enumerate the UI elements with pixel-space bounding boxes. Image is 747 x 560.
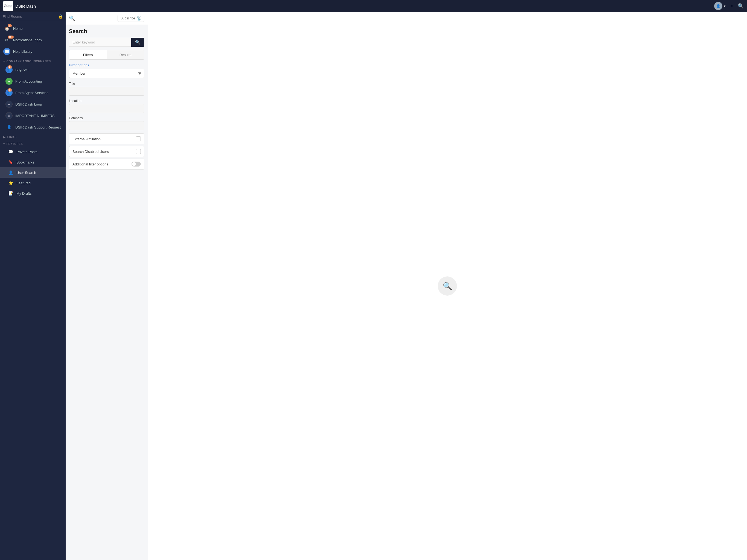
sidebar-item-dsir-loop[interactable]: ◆ DSIR Dash Loop — [0, 98, 66, 110]
logo-area: Dielmann Sotheby's DSIR Dash — [3, 1, 36, 11]
sidebar-item-buy-sell[interactable]: 👥 Buy/Sell 2 — [0, 64, 66, 75]
search-submit-button[interactable]: 🔍 — [131, 38, 145, 47]
tab-bar: Filters Results — [69, 50, 145, 59]
sidebar-item-notifications[interactable]: ✉ Notifications Inbox 99+ — [0, 34, 66, 46]
sidebar-item-user-search[interactable]: 👤 User Search — [0, 167, 66, 178]
sidebar-item-home-label: Home — [13, 27, 23, 31]
external-affiliation-label: External Affiliation — [73, 137, 101, 141]
logo-image: Dielmann Sotheby's — [3, 1, 13, 11]
top-nav: Dielmann Sotheby's DSIR Dash 👤 ▼ + 🔍 — [0, 0, 747, 12]
sidebar-item-bookmarks-label: Bookmarks — [17, 160, 34, 164]
sidebar-item-from-accounting-label: From Accounting — [15, 79, 42, 83]
company-field-group: Company — [69, 116, 145, 130]
private-posts-icon: 💬 — [8, 149, 14, 155]
sidebar-item-featured-label: Featured — [17, 181, 31, 185]
sidebar-item-support-request[interactable]: 👤 DSIR Dash Support Request — [0, 121, 66, 133]
tab-filters[interactable]: Filters — [69, 50, 107, 59]
sidebar-item-from-agent-services-label: From Agent Services — [15, 91, 48, 95]
sidebar-item-private-posts[interactable]: 💬 Private Posts — [0, 147, 66, 157]
additional-filter-label: Additional filter options — [73, 162, 108, 166]
featured-icon: ⭐ — [8, 180, 14, 186]
section-links[interactable]: ▶ LINKS — [0, 133, 66, 140]
sidebar-item-home[interactable]: 🏠 Home 3 — [0, 23, 66, 34]
sidebar-item-user-search-label: User Search — [17, 171, 36, 175]
tab-results[interactable]: Results — [107, 50, 144, 59]
sidebar-item-important-numbers-label: IMPORTANT NUMBERS — [15, 114, 55, 118]
sidebar-item-important-numbers[interactable]: ◆ IMPORTANT NUMBERS — [0, 110, 66, 121]
search-panel: Search 🔍 Filters Results Filter options … — [66, 25, 148, 175]
section-company-announcements[interactable]: ▾ COMPANY ANNOUNCEMENTS — [0, 57, 66, 64]
important-numbers-icon: ◆ — [5, 112, 12, 119]
help-library-icon: 📊 — [3, 48, 10, 55]
company-field-label: Company — [69, 116, 145, 120]
chevron-down-icon-features: ▾ — [3, 143, 5, 146]
subscribe-button[interactable]: Subscribe 📡 — [118, 15, 145, 22]
member-type-dropdown[interactable]: Member Everyone Agent — [69, 69, 145, 78]
location-field-label: Location — [69, 99, 145, 103]
sidebar-item-featured[interactable]: ⭐ Featured — [0, 178, 66, 188]
external-affiliation-row: External Affiliation — [69, 133, 145, 144]
search-disabled-users-checkbox[interactable] — [136, 149, 141, 154]
sidebar-item-notifications-label: Notifications Inbox — [13, 38, 42, 42]
search-disabled-users-label: Search Disabled Users — [73, 150, 109, 154]
section-features-label: FEATURES — [6, 143, 23, 146]
chevron-right-icon: ▶ — [3, 136, 6, 138]
center-top-bar: 🔍 Subscribe 📡 — [66, 12, 148, 25]
sidebar-item-my-drafts-label: My Drafts — [17, 192, 32, 196]
notifications-badge: 99+ — [8, 35, 14, 39]
from-agent-services-badge: 1 — [8, 88, 12, 92]
sidebar-item-buy-sell-label: Buy/Sell — [15, 68, 28, 72]
sidebar-item-from-agent-services[interactable]: 👥 From Agent Services 1 — [0, 87, 66, 98]
sidebar-item-help-library[interactable]: 📊 Help Library — [0, 46, 66, 57]
sidebar-item-support-request-label: DSIR Dash Support Request — [15, 125, 61, 129]
home-badge: 3 — [8, 24, 12, 27]
global-search-button[interactable]: 🔍 — [738, 3, 744, 9]
subscribe-label: Subscribe — [121, 17, 135, 20]
additional-filter-row: Additional filter options — [69, 159, 145, 170]
company-input[interactable] — [69, 121, 145, 130]
sidebar-item-private-posts-label: Private Posts — [17, 150, 37, 154]
lock-icon: 🔒 — [58, 14, 63, 19]
sidebar-item-bookmarks[interactable]: 🔖 Bookmarks — [0, 157, 66, 167]
app-title: DSIR Dash — [15, 4, 36, 8]
buy-sell-badge: 2 — [8, 65, 12, 69]
center-panel: 🔍 Subscribe 📡 Search 🔍 Filters Results F… — [66, 12, 148, 560]
sidebar-item-help-library-label: Help Library — [13, 50, 32, 54]
location-field-group: Location — [69, 99, 145, 113]
sidebar-item-my-drafts[interactable]: 📝 My Drafts — [0, 188, 66, 199]
bookmarks-icon: 🔖 — [8, 159, 14, 165]
main-layout: 🔒 🏠 Home 3 ✉ Notifications Inbox 99+ 📊 H… — [0, 12, 747, 560]
section-company-label: COMPANY ANNOUNCEMENTS — [6, 60, 51, 63]
toggle-knob — [132, 162, 136, 166]
sidebar: 🔒 🏠 Home 3 ✉ Notifications Inbox 99+ 📊 H… — [0, 12, 66, 560]
top-nav-right: 👤 ▼ + 🔍 — [714, 2, 744, 10]
chevron-down-icon: ▼ — [723, 5, 726, 8]
section-features[interactable]: ▾ FEATURES — [0, 140, 66, 147]
chevron-down-icon: ▾ — [3, 60, 5, 63]
rss-icon: 📡 — [137, 16, 141, 21]
user-avatar-button[interactable]: 👤 ▼ — [714, 2, 726, 10]
avatar: 👤 — [714, 2, 722, 10]
external-affiliation-checkbox[interactable] — [136, 136, 141, 142]
add-button[interactable]: + — [730, 3, 733, 9]
location-input[interactable] — [69, 104, 145, 113]
search-disabled-users-row: Search Disabled Users — [69, 146, 145, 157]
sidebar-item-dsir-loop-label: DSIR Dash Loop — [15, 102, 42, 106]
search-input-row: 🔍 — [69, 38, 145, 47]
sidebar-nav: 🏠 Home 3 ✉ Notifications Inbox 99+ 📊 Hel… — [0, 21, 66, 200]
filter-options-label: Filter options — [69, 63, 145, 67]
my-drafts-icon: 📝 — [8, 190, 14, 196]
search-keyword-input[interactable] — [69, 38, 131, 47]
title-field-label: Title — [69, 82, 145, 85]
additional-filter-toggle[interactable] — [131, 161, 141, 167]
title-field-group: Title — [69, 82, 145, 96]
section-links-label: LINKS — [7, 136, 17, 138]
find-rooms-input[interactable] — [3, 15, 58, 19]
from-accounting-icon: ● — [5, 78, 12, 85]
support-request-icon: 👤 — [5, 124, 12, 131]
find-rooms-bar: 🔒 — [0, 12, 66, 21]
sidebar-item-from-accounting[interactable]: ● From Accounting — [0, 75, 66, 87]
right-panel: 🔍 — [148, 12, 747, 560]
center-search-icon[interactable]: 🔍 — [69, 15, 75, 21]
title-input[interactable] — [69, 87, 145, 96]
